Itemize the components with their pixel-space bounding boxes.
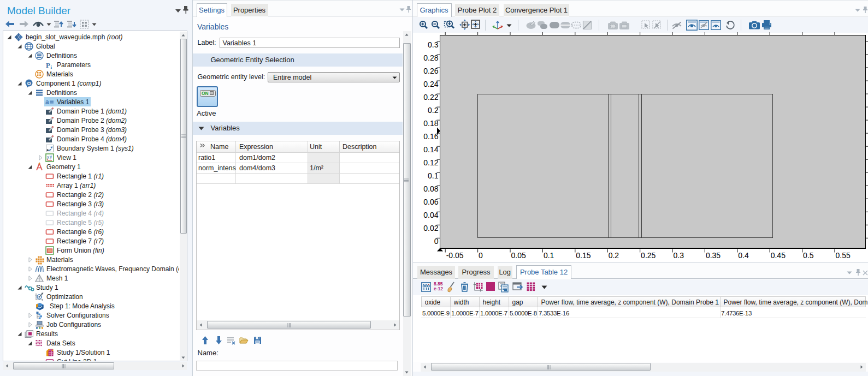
svg-text:Ω: Ω [27, 81, 31, 86]
svg-text:i: i [51, 64, 52, 70]
svg-text:P: P [46, 61, 50, 69]
svg-text:a: a [45, 98, 49, 106]
